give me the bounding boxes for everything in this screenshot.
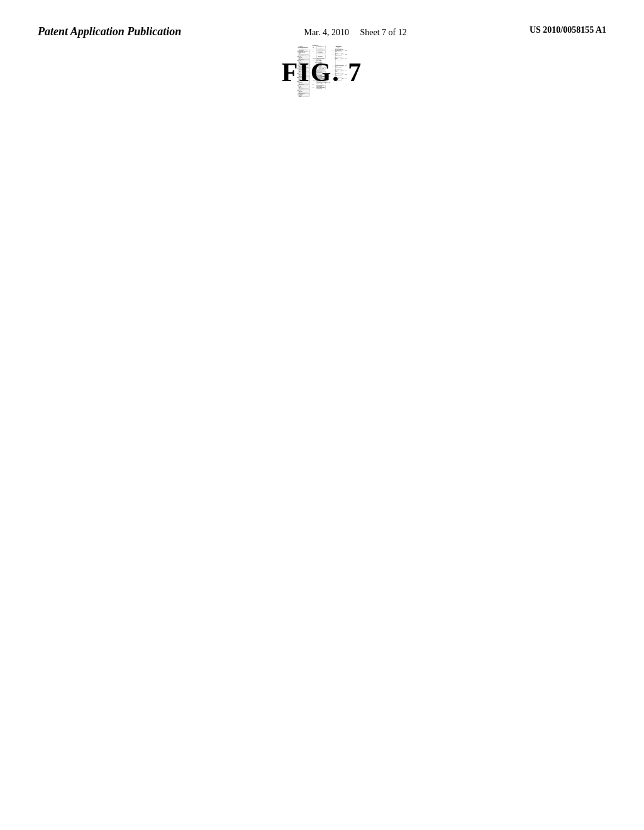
patent-title: Patent Application Publication (38, 25, 181, 38)
svg-text:Sd11: Sd11 (299, 67, 301, 67)
svg-text:PL1 STORAGE AREA: PL1 STORAGE AREA (317, 59, 323, 60)
svg-text:FLG1_22    FLG2_22: FLG1_22 FLG2_22 (299, 84, 304, 86)
svg-text:RD12: RD12 (297, 81, 299, 82)
svg-text:0                -          Sd: 0 - Sd22 (299, 86, 301, 87)
svg-text:RC: RC (303, 48, 304, 48)
svg-text:Pc22="Ac22": Pc22="Ac22" (336, 77, 340, 79)
svg-text:RD31: RD31 (297, 73, 299, 74)
svg-text:Pc12="Ac12": Pc12="Ac12" (336, 73, 340, 74)
publication-date: Mar. 4, 2010 (304, 28, 349, 37)
svg-text:Sd21: Sd21 (299, 71, 301, 72)
svg-text:HD31 MAC HEADER: HD31 MAC HEADER (319, 67, 325, 69)
svg-text:RD32: RD32 (297, 90, 299, 91)
svg-text:AR PAYLOAD CHECKSUM STORAGE AR: AR PAYLOAD CHECKSUM STORAGE AREA (313, 58, 325, 59)
svg-text:AR2: AR2 (314, 62, 316, 63)
svg-text:HD21 TCP HESDER: HD21 TCP HESDER (317, 75, 323, 75)
svg-text:AR1: AR1 (314, 59, 316, 60)
patent-number: US 2010/0058155 A1 (530, 25, 606, 35)
svg-line-202 (318, 83, 319, 84)
svg-text:RD42: RD42 (297, 55, 299, 57)
svg-text:Sa2+Sa3: Sa2+Sa3 (299, 96, 301, 97)
svg-text:Ad12  Ac12  Fc12 (CHECKSUM SIZ: Ad12 Ac12 Fc12 (CHECKSUM SIZE="Sc12") (313, 80, 325, 82)
svg-text:HD11 IP HEADER: HD11 IP HEADER (317, 71, 322, 72)
svg-text:Ad22→: Ad22→ (313, 84, 314, 85)
svg-text:~WD11: ~WD11 (345, 65, 347, 66)
svg-text:1 (WRITE)  1 (NOT INVERT)  Sd3: 1 (WRITE) 1 (NOT INVERT) Sd31 (299, 51, 308, 52)
svg-text:RD43: RD43 (297, 60, 299, 61)
svg-text:RDa23: RDa23 (297, 94, 299, 94)
header-date-sheet: Mar. 4, 2010 Sheet 7 of 12 (304, 25, 406, 38)
svg-text:Sa2: Sa2 (342, 53, 343, 54)
svg-text:FLG1_a23    FLG2_a23: FLG1_a23 FLG2_a23 (299, 93, 304, 94)
svg-text:Sd31: Sd31 (299, 53, 301, 54)
svg-text:~WDa1: ~WDa1 (345, 50, 347, 51)
svg-text:RDa12: RDa12 (297, 77, 299, 78)
svg-text:~WD12: ~WD12 (345, 74, 347, 75)
svg-text:Sc22: Sc22 (342, 78, 344, 79)
svg-line-6 (303, 48, 304, 49)
svg-line-203 (319, 83, 320, 84)
svg-line-184 (318, 73, 319, 74)
svg-line-183 (317, 73, 318, 74)
svg-text:Sa1+Sa2: Sa1+Sa2 (299, 79, 301, 80)
svg-text:1                0          Sa: 1 0 Sa1+Sa2 (299, 77, 303, 78)
svg-text:WDa1: WDa1 (336, 52, 338, 52)
svg-text:HD42 TCP PSEUDO HEADER: HD42 TCP PSEUDO HEADER (317, 87, 325, 88)
svg-text:RD22: RD22 (297, 86, 299, 86)
svg-text:1          0(INVERT)    Sd11: 1 0(INVERT) Sd11 (299, 65, 304, 65)
svg-text:HD12 IP HEADER: HD12 IP HEADER (317, 81, 322, 82)
svg-text:Sd42: Sd42 (299, 92, 301, 92)
figure-7-diagram: DATA ADDRESS Ad31 MAIN MEMORY 20 DATA RE… (0, 45, 644, 106)
svg-text:Ad21→: Ad21→ (313, 73, 314, 74)
svg-text:Pc21="Ac21": Pc21="Ac21" (336, 69, 340, 70)
svg-text:Fc22: Fc22 (321, 83, 322, 84)
svg-text:~WDa3: ~WDa3 (345, 58, 347, 58)
svg-text:FLG1_12    FLG2_12: FLG1_12 FLG2_12 (299, 80, 304, 82)
svg-text:~WD21: ~WD21 (345, 70, 347, 70)
svg-text:WDa2: WDa2 (336, 55, 338, 55)
svg-text:CHECKSUM WRITING: CHECKSUM WRITING (335, 46, 341, 47)
svg-text:1                1            : 1 1 Sd33 (299, 60, 301, 61)
svg-text:FLG1_a12    FLG2_a12: FLG1_a12 FLG2_a12 (299, 76, 304, 77)
svg-text:1                1            : 1 1 Sd32 (299, 56, 301, 57)
svg-text:WDa3: WDa3 (336, 58, 338, 59)
svg-text:FLG1_31    FLG2_31: FLG1_31 FLG2_31 (299, 72, 304, 73)
svg-text:WD21: WD21 (336, 71, 338, 72)
svg-text:←AR3: ←AR3 (317, 64, 319, 65)
svg-text:="Sc11"): ="Sc11") (317, 70, 319, 70)
sheet-info: Sheet 7 of 12 (360, 28, 407, 37)
svg-text:1                0          Sd: 1 0 Sd12 (299, 82, 301, 82)
svg-text:Sd32: Sd32 (299, 58, 301, 58)
svg-text:1                0          Sa: 1 0 Sa2+Sa3 (299, 94, 303, 95)
page-header: Patent Application Publication Mar. 4, 2… (0, 0, 644, 45)
svg-text:WC: WC (338, 47, 339, 48)
svg-text:0(INTEGRATE)    -          Sd2: 0(INTEGRATE) - Sd21 (299, 69, 304, 70)
svg-text:~WDa2: ~WDa2 (345, 54, 347, 55)
svg-text:FLG1_11    FLG2_11: FLG1_11 FLG2_11 (299, 64, 304, 65)
svg-text:WD22: WD22 (336, 79, 338, 80)
svg-marker-2 (319, 46, 319, 47)
svg-text:PL3 PAYLOAD: PL3 PAYLOAD (318, 55, 322, 57)
svg-text:0                -          Sd: 0 - Sd41 (299, 74, 301, 74)
svg-text:PL1 PAYLOAD: PL1 PAYLOAD (318, 46, 322, 47)
svg-text:CONTROL FLAG: CONTROL FLAG (299, 49, 303, 50)
svg-text:RD11: RD11 (297, 65, 299, 65)
svg-text:~WD22: ~WD22 (345, 79, 347, 79)
svg-text:Sc12: Sc12 (342, 74, 344, 74)
svg-text:WD12: WD12 (336, 75, 338, 75)
svg-text:Ad41: Ad41 (313, 75, 314, 77)
svg-text:Sc21: Sc21 (342, 70, 344, 70)
svg-text:WD11: WD11 (336, 67, 338, 67)
diagram-container: FIG. 7 DATA ADDRESS Ad31 MAIN MEMORY 20 … (0, 45, 644, 106)
svg-text:FLG1_42    FLG2_42: FLG1_42 FLG2_42 (299, 55, 304, 56)
svg-text:Ad33→: Ad33→ (313, 51, 314, 52)
svg-text:FLG1_32    FLG2_32: FLG1_32 FLG2_32 (299, 89, 304, 90)
svg-text:HD32 MAC HEADER: HD32 MAC HEADER (318, 78, 324, 79)
svg-line-281 (310, 48, 317, 52)
svg-text:HD22 TCP HEADER DATA: HD22 TCP HEADER DATA (317, 84, 324, 86)
svg-text:PL2 PAYLOAD: PL2 PAYLOAD (318, 51, 322, 52)
svg-text:FLG1_43    FLG2_43: FLG1_43 FLG2_43 (299, 59, 304, 60)
svg-text:Sd41: Sd41 (299, 75, 301, 75)
svg-text:Ad42: Ad42 (313, 87, 314, 88)
svg-line-218 (338, 48, 338, 48)
